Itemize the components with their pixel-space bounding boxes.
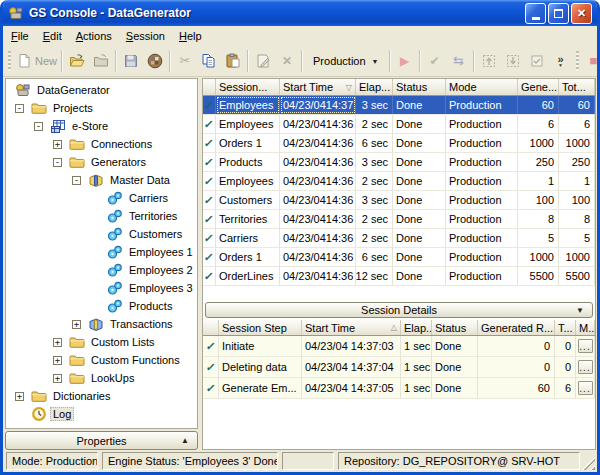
tree-item-customers[interactable]: Customers xyxy=(6,225,197,243)
tree-item-master-data[interactable]: -Master Data xyxy=(6,171,197,189)
collapse-icon[interactable]: - xyxy=(15,104,24,113)
toolbar-run-button[interactable]: ▶ xyxy=(393,49,417,73)
toolbar-validate-button[interactable]: ✔ xyxy=(423,49,447,73)
session-row[interactable]: ✓Orders 104/23/0414:366 secDoneProductio… xyxy=(203,248,595,267)
column-header-gene[interactable]: Gene... xyxy=(518,79,559,95)
expand-icon[interactable]: + xyxy=(53,140,62,149)
expand-icon[interactable]: + xyxy=(15,392,24,401)
column-header-start-time[interactable]: Start Time▽ xyxy=(280,79,356,95)
toolbar-save-button[interactable] xyxy=(119,49,143,73)
session-row[interactable]: ✓Customers04/23/0414:363 secDoneProducti… xyxy=(203,191,595,210)
tree-item-dictionaries[interactable]: +Dictionaries xyxy=(6,387,197,405)
table-cell: 04/23/0414:36 xyxy=(280,229,356,247)
column-header-session-step[interactable]: Session Step xyxy=(219,320,302,335)
toolbar-separator xyxy=(473,50,475,72)
toolbar-grip[interactable] xyxy=(576,51,579,71)
expand-icon[interactable]: + xyxy=(72,320,81,329)
resize-grip[interactable] xyxy=(582,457,595,470)
session-step-row[interactable]: ✓Deleting data04/23/04 14:37:041 secDone… xyxy=(203,357,595,378)
toolbar-cut-button[interactable]: ✂ xyxy=(173,49,197,73)
more-button[interactable]: ... xyxy=(578,360,593,374)
toolbar-import-down-button[interactable] xyxy=(501,49,525,73)
tree-item-lookups[interactable]: +LookUps xyxy=(6,369,197,387)
menu-item-actions[interactable]: Actions xyxy=(69,28,119,44)
tree-item-e-store[interactable]: -e-Store xyxy=(6,117,197,135)
toolbar-more-1-button[interactable]: »▼ xyxy=(549,49,573,73)
column-header-mode[interactable]: Mode xyxy=(446,79,518,95)
toolbar-copy-button[interactable] xyxy=(197,49,221,73)
column-header-generated-r[interactable]: Generated R... xyxy=(478,320,555,335)
session-details-button[interactable]: Session Details ▼ xyxy=(205,302,593,318)
column-header-start-time[interactable]: Start Time△ xyxy=(302,320,401,335)
tree-item-custom-functions[interactable]: +Custom Functions xyxy=(6,351,197,369)
toolbar-select-all-button[interactable] xyxy=(525,49,549,73)
column-header-m[interactable]: M... xyxy=(576,320,595,335)
expand-icon[interactable]: + xyxy=(53,356,62,365)
more-button[interactable]: ... xyxy=(578,339,593,353)
table-cell: 04/23/0414:36 xyxy=(280,172,356,190)
collapse-icon[interactable]: - xyxy=(72,176,81,185)
toolbar-transfer-button[interactable]: ⇆ xyxy=(447,49,471,73)
menu-item-file[interactable]: File xyxy=(4,28,36,44)
toolbar-edit-button[interactable] xyxy=(251,49,275,73)
session-row[interactable]: ✓Territories04/23/0414:362 secDoneProduc… xyxy=(203,210,595,229)
tree-item-custom-lists[interactable]: +Custom Lists xyxy=(6,333,197,351)
toolbar-export-button[interactable] xyxy=(143,49,167,73)
toolbar-mode-dropdown[interactable]: Production▼ xyxy=(305,50,387,72)
toolbar-new-button[interactable]: New xyxy=(14,49,59,73)
session-row[interactable]: ✓Employees04/23/0414:362 secDoneProducti… xyxy=(203,115,595,134)
column-header-status[interactable]: Status xyxy=(393,79,446,95)
tree-item-carriers[interactable]: Carriers xyxy=(6,189,197,207)
toolbar-import-up-button[interactable] xyxy=(477,49,501,73)
toolbar-separator xyxy=(301,50,303,72)
tree-item-employees-1[interactable]: Employees 1 xyxy=(6,243,197,261)
tree-item-connections[interactable]: +Connections xyxy=(6,135,197,153)
expand-icon[interactable]: + xyxy=(53,374,62,383)
session-row[interactable]: ✓Employees04/23/0414:362 secDoneProducti… xyxy=(203,172,595,191)
collapse-icon[interactable]: - xyxy=(34,122,43,131)
column-header-status[interactable]: Status xyxy=(432,320,478,335)
collapse-icon[interactable]: - xyxy=(53,158,62,167)
column-header-details-check[interactable] xyxy=(203,320,219,335)
expand-icon[interactable]: + xyxy=(53,338,62,347)
column-header-session[interactable]: Session... xyxy=(216,79,280,95)
tree-item-territories[interactable]: Territories xyxy=(6,207,197,225)
menu-item-session[interactable]: Session xyxy=(119,28,172,44)
table-cell: 3 sec xyxy=(356,153,393,171)
table-cell: Generate Em... xyxy=(219,378,302,398)
more-button[interactable]: ... xyxy=(578,381,593,395)
session-step-row[interactable]: ✓Initiate04/23/04 14:37:031 secDone00... xyxy=(203,336,595,357)
tree-item-transactions[interactable]: +Transactions xyxy=(6,315,197,333)
toolbar-paste-button[interactable] xyxy=(221,49,245,73)
properties-button[interactable]: Properties ▲ xyxy=(5,431,198,450)
session-row[interactable]: ✓OrderLines04/23/0414:3612 secDoneProduc… xyxy=(203,267,595,286)
toolbar-open-button[interactable] xyxy=(65,49,89,73)
toolbar-grip[interactable] xyxy=(8,51,11,71)
maximize-button[interactable] xyxy=(548,3,569,24)
table-cell: Done xyxy=(393,248,446,266)
tree-item-products[interactable]: Products xyxy=(6,297,197,315)
session-row[interactable]: ✓Orders 104/23/0414:366 secDoneProductio… xyxy=(203,134,595,153)
menu-item-edit[interactable]: Edit xyxy=(36,28,69,44)
session-row[interactable]: ✓Carriers04/23/0414:362 secDoneProductio… xyxy=(203,229,595,248)
close-button[interactable]: ✕ xyxy=(571,3,592,24)
tree-item-projects[interactable]: -Projects xyxy=(6,99,197,117)
toolbar-delete-button[interactable]: ✕ xyxy=(275,49,299,73)
tree-item-generators[interactable]: -Generators xyxy=(6,153,197,171)
column-header-tot[interactable]: Tot... xyxy=(559,79,595,95)
session-step-row[interactable]: ✓Generate Em...04/23/04 14:37:051 secDon… xyxy=(203,378,595,399)
tree-item-datagenerator[interactable]: DataGenerator xyxy=(6,81,197,99)
session-row[interactable]: ✓Products04/23/0414:363 secDoneProductio… xyxy=(203,153,595,172)
tree-item-employees-2[interactable]: Employees 2 xyxy=(6,261,197,279)
toolbar-stop-button[interactable]: ■ xyxy=(582,49,600,73)
session-row[interactable]: ✓Employees04/23/0414:373 secDoneProducti… xyxy=(203,96,595,115)
tree-item-log[interactable]: Log xyxy=(6,405,197,423)
menu-item-help[interactable]: Help xyxy=(172,28,209,44)
column-header-elap[interactable]: Elap... xyxy=(401,320,432,335)
column-header-t[interactable]: T... xyxy=(555,320,576,335)
minimize-button[interactable] xyxy=(525,3,546,24)
column-header-elap[interactable]: Elap... xyxy=(356,79,393,95)
column-header-sessions-check[interactable] xyxy=(203,79,216,95)
tree-item-employees-3[interactable]: Employees 3 xyxy=(6,279,197,297)
toolbar-close-project-button[interactable] xyxy=(89,49,113,73)
